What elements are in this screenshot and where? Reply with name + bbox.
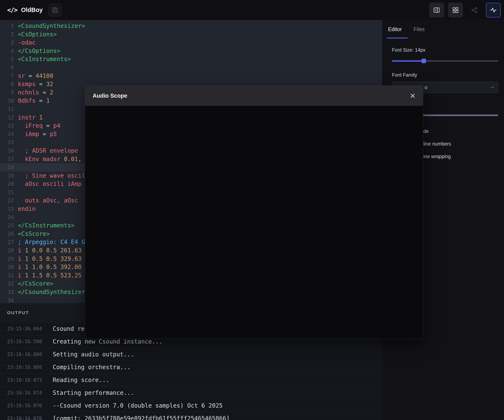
log-row: 23:16:16.876[commit: 2633b5f788e59e892fd… — [0, 412, 382, 420]
slider-fill — [392, 60, 424, 62]
layout-grid-button[interactable] — [448, 3, 463, 18]
modal-header: Audio Scope × — [85, 86, 423, 106]
line-number: 26 — [0, 230, 14, 238]
top-bar: </> OldBoy — [0, 0, 504, 20]
log-timestamp: 23:16:16.860 — [7, 364, 53, 370]
log-timestamp: 23:16:16.876 — [7, 403, 53, 408]
log-timestamp: 23:16:16.873 — [7, 377, 53, 383]
line-number: 28 — [0, 246, 14, 255]
code-text: i 1 1.5 0.5 523.25 — [14, 271, 82, 280]
line-number: 20 — [0, 180, 14, 188]
line-number: 34 — [0, 296, 14, 303]
audio-scope-canvas — [85, 106, 423, 339]
code-text: endin — [14, 205, 36, 213]
app-root: </> OldBoy — [0, 0, 504, 420]
sidebar-tabs: Editor Files — [382, 20, 504, 38]
code-text: <CsInstruments> — [14, 55, 71, 63]
line-number: 17 — [0, 155, 14, 163]
line-number: 33 — [0, 288, 14, 296]
code-line[interactable]: 1<CsoundSynthesizer> — [0, 22, 382, 30]
line-number: 1 — [0, 22, 14, 30]
line-number: 4 — [0, 47, 14, 55]
floppy-disk-icon — [52, 7, 58, 13]
close-icon[interactable]: × — [410, 91, 415, 100]
code-text: </CsInstruments> — [14, 221, 75, 230]
log-message: [commit: 2633b5f788e59e892fdfb61f55fff25… — [53, 415, 230, 420]
code-text: outs aOsc, aOsc — [14, 196, 78, 205]
log-row: 23:16:16.876--Csound version 7.0 (double… — [0, 399, 382, 412]
code-text — [14, 63, 18, 72]
line-number: 11 — [0, 105, 14, 113]
log-row: 23:16:16.860Compiling orchestra... — [0, 361, 382, 374]
log-message: Csound re — [53, 325, 85, 332]
code-line[interactable]: 6 — [0, 63, 382, 72]
code-text: instr 1 — [14, 113, 43, 122]
line-number: 16 — [0, 147, 14, 155]
line-number: 18 — [0, 163, 14, 172]
line-number: 7 — [0, 72, 14, 80]
log-row: 23:16:16.860Setting audio output... — [0, 348, 382, 361]
code-text: nchnls = 2 — [14, 88, 53, 97]
code-text — [14, 163, 18, 172]
save-button[interactable] — [48, 4, 61, 17]
font-family-label: Font Family — [392, 72, 498, 78]
log-message: Starting performance... — [53, 389, 134, 396]
code-text: aOsc oscili iAmp — [14, 180, 82, 188]
share-button[interactable] — [467, 3, 482, 18]
code-line[interactable]: 2<CsOptions> — [0, 30, 382, 39]
log-message: --Csound version 7.0 (double samples) Oc… — [53, 402, 223, 409]
code-text: </CsoundSynthesizer> — [14, 288, 89, 296]
tab-editor[interactable]: Editor — [388, 20, 402, 38]
audio-scope-modal: Audio Scope × — [85, 85, 423, 339]
toggle-panel-button[interactable] — [429, 3, 444, 18]
font-size-slider[interactable] — [392, 58, 498, 63]
line-number: 27 — [0, 238, 14, 246]
grid-icon — [452, 6, 459, 14]
log-message: Setting audio output... — [53, 351, 134, 358]
code-line[interactable]: 4</CsOptions> — [0, 47, 382, 55]
line-number: 5 — [0, 55, 14, 63]
code-text: iFreq = p4 — [14, 122, 60, 130]
log-message: Creating new Csound instance... — [53, 338, 162, 345]
line-number: 12 — [0, 113, 14, 122]
line-number: 8 — [0, 80, 14, 88]
code-line[interactable]: 7sr = 44100 — [0, 72, 382, 80]
code-line[interactable]: 5<CsInstruments> — [0, 55, 382, 63]
tab-files[interactable]: Files — [414, 20, 425, 38]
modal-title: Audio Scope — [93, 93, 127, 99]
line-number: 23 — [0, 205, 14, 213]
slider-thumb[interactable] — [421, 59, 426, 63]
code-text: -odac — [14, 38, 36, 47]
code-line[interactable]: 3-odac — [0, 38, 382, 47]
log-timestamp: 23:16:16.508 — [7, 339, 53, 344]
line-number: 25 — [0, 221, 14, 230]
panel-right-icon — [433, 6, 440, 14]
font-size-label: Font Size: 14px — [392, 47, 498, 53]
log-timestamp: 23:15:36.064 — [7, 326, 53, 331]
audio-scope-button[interactable] — [486, 3, 501, 18]
code-text — [14, 105, 18, 113]
line-number: 6 — [0, 63, 14, 72]
line-number: 14 — [0, 130, 14, 138]
code-text: ksmps = 32 — [14, 80, 53, 88]
line-number: 3 — [0, 38, 14, 47]
code-text — [14, 188, 18, 197]
line-number: 32 — [0, 280, 14, 288]
code-text: sr = 44100 — [14, 72, 53, 80]
line-number: 22 — [0, 196, 14, 205]
chevron-down-icon — [490, 85, 495, 90]
code-text: <CsoundSynthesizer> — [14, 22, 85, 30]
code-text: <CsOptions> — [14, 30, 57, 39]
line-number: 2 — [0, 30, 14, 39]
line-number: 21 — [0, 188, 14, 197]
log-timestamp: 23:16:16.874 — [7, 390, 53, 396]
line-number: 31 — [0, 271, 14, 280]
code-text — [14, 138, 18, 147]
code-logo-icon: </> — [7, 6, 17, 14]
top-bar-left: </> OldBoy — [7, 4, 61, 17]
log-timestamp: 23:16:16.876 — [7, 416, 53, 420]
code-text: i 1 0.0 0.5 261.63 — [14, 246, 82, 255]
log-timestamp: 23:16:16.860 — [7, 352, 53, 357]
waveform-icon — [490, 6, 497, 14]
code-text — [14, 213, 18, 222]
